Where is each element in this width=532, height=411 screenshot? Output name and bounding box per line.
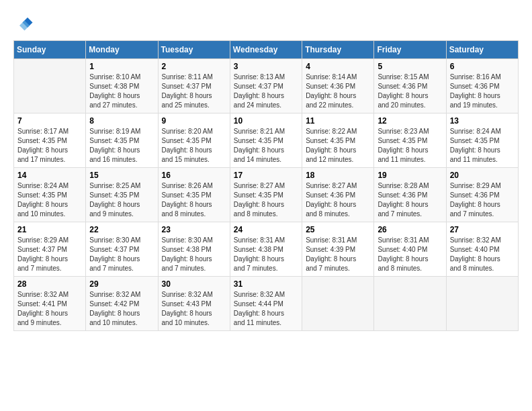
day-info: Sunrise: 8:31 AM Sunset: 4:40 PM Dayligh… (378, 236, 442, 273)
calendar-cell: 11Sunrise: 8:22 AM Sunset: 4:35 PM Dayli… (302, 113, 374, 168)
calendar-week-row: 28Sunrise: 8:32 AM Sunset: 4:41 PM Dayli… (14, 277, 519, 331)
header-day: Saturday (446, 41, 518, 59)
day-number: 14 (17, 171, 82, 180)
day-number: 23 (162, 225, 226, 234)
day-number: 15 (89, 171, 154, 180)
calendar-cell: 19Sunrise: 8:28 AM Sunset: 4:36 PM Dayli… (374, 168, 446, 222)
calendar-header: SundayMondayTuesdayWednesdayThursdayFrid… (14, 41, 519, 59)
day-info: Sunrise: 8:32 AM Sunset: 4:41 PM Dayligh… (17, 290, 82, 328)
day-info: Sunrise: 8:11 AM Sunset: 4:37 PM Dayligh… (162, 73, 226, 110)
calendar-cell: 26Sunrise: 8:31 AM Sunset: 4:40 PM Dayli… (374, 222, 446, 277)
day-info: Sunrise: 8:29 AM Sunset: 4:37 PM Dayligh… (17, 236, 82, 273)
header-day: Sunday (14, 41, 86, 59)
day-number: 31 (234, 279, 298, 289)
logo-icon (13, 13, 34, 34)
calendar-body: 1Sunrise: 8:10 AM Sunset: 4:38 PM Daylig… (14, 59, 519, 331)
calendar-cell: 6Sunrise: 8:16 AM Sunset: 4:36 PM Daylig… (446, 59, 518, 113)
day-info: Sunrise: 8:13 AM Sunset: 4:37 PM Dayligh… (234, 73, 298, 110)
calendar-week-row: 14Sunrise: 8:24 AM Sunset: 4:35 PM Dayli… (14, 168, 519, 222)
day-info: Sunrise: 8:29 AM Sunset: 4:36 PM Dayligh… (450, 181, 515, 219)
calendar-cell: 1Sunrise: 8:10 AM Sunset: 4:38 PM Daylig… (86, 59, 158, 113)
calendar-cell: 13Sunrise: 8:24 AM Sunset: 4:35 PM Dayli… (446, 113, 518, 168)
calendar-cell: 7Sunrise: 8:17 AM Sunset: 4:35 PM Daylig… (14, 113, 86, 168)
day-number: 4 (306, 62, 370, 71)
calendar-week-row: 21Sunrise: 8:29 AM Sunset: 4:37 PM Dayli… (14, 222, 519, 277)
calendar-cell: 23Sunrise: 8:30 AM Sunset: 4:38 PM Dayli… (158, 222, 230, 277)
day-number: 21 (17, 225, 82, 234)
day-number: 19 (378, 171, 442, 180)
day-info: Sunrise: 8:30 AM Sunset: 4:37 PM Dayligh… (89, 236, 154, 273)
calendar-cell: 25Sunrise: 8:31 AM Sunset: 4:39 PM Dayli… (302, 222, 374, 277)
day-number: 16 (162, 171, 226, 180)
day-info: Sunrise: 8:27 AM Sunset: 4:36 PM Dayligh… (306, 181, 370, 219)
day-info: Sunrise: 8:30 AM Sunset: 4:38 PM Dayligh… (162, 236, 226, 273)
calendar-cell: 27Sunrise: 8:32 AM Sunset: 4:40 PM Dayli… (446, 222, 518, 277)
day-number: 17 (234, 171, 298, 180)
day-number: 7 (17, 116, 82, 126)
day-info: Sunrise: 8:17 AM Sunset: 4:35 PM Dayligh… (17, 127, 82, 165)
header-day: Tuesday (158, 41, 230, 59)
calendar-week-row: 7Sunrise: 8:17 AM Sunset: 4:35 PM Daylig… (14, 113, 519, 168)
day-info: Sunrise: 8:23 AM Sunset: 4:35 PM Dayligh… (378, 127, 442, 165)
day-number: 9 (162, 116, 226, 126)
day-info: Sunrise: 8:32 AM Sunset: 4:40 PM Dayligh… (450, 236, 515, 273)
page-header (13, 13, 519, 34)
day-number: 5 (378, 62, 442, 71)
calendar-cell (374, 277, 446, 331)
day-number: 11 (306, 116, 370, 126)
day-info: Sunrise: 8:27 AM Sunset: 4:35 PM Dayligh… (234, 181, 298, 219)
calendar-cell: 16Sunrise: 8:26 AM Sunset: 4:35 PM Dayli… (158, 168, 230, 222)
calendar-cell: 10Sunrise: 8:21 AM Sunset: 4:35 PM Dayli… (230, 113, 302, 168)
day-info: Sunrise: 8:28 AM Sunset: 4:36 PM Dayligh… (378, 181, 442, 219)
day-number: 12 (378, 116, 442, 126)
day-number: 22 (89, 225, 154, 234)
header-day: Monday (86, 41, 158, 59)
day-number: 26 (378, 225, 442, 234)
calendar-cell: 18Sunrise: 8:27 AM Sunset: 4:36 PM Dayli… (302, 168, 374, 222)
calendar-cell: 22Sunrise: 8:30 AM Sunset: 4:37 PM Dayli… (86, 222, 158, 277)
day-number: 30 (162, 279, 226, 289)
day-number: 20 (450, 171, 515, 180)
header-row: SundayMondayTuesdayWednesdayThursdayFrid… (14, 41, 519, 59)
day-number: 3 (234, 62, 298, 71)
calendar-cell: 3Sunrise: 8:13 AM Sunset: 4:37 PM Daylig… (230, 59, 302, 113)
day-number: 6 (450, 62, 515, 71)
calendar-table: SundayMondayTuesdayWednesdayThursdayFrid… (13, 40, 519, 331)
day-info: Sunrise: 8:21 AM Sunset: 4:35 PM Dayligh… (234, 127, 298, 165)
day-number: 13 (450, 116, 515, 126)
day-info: Sunrise: 8:31 AM Sunset: 4:38 PM Dayligh… (234, 236, 298, 273)
day-info: Sunrise: 8:15 AM Sunset: 4:36 PM Dayligh… (378, 73, 442, 110)
day-info: Sunrise: 8:16 AM Sunset: 4:36 PM Dayligh… (450, 73, 515, 110)
day-info: Sunrise: 8:10 AM Sunset: 4:38 PM Dayligh… (89, 73, 154, 110)
calendar-cell: 17Sunrise: 8:27 AM Sunset: 4:35 PM Dayli… (230, 168, 302, 222)
calendar-cell (14, 59, 86, 113)
day-number: 2 (162, 62, 226, 71)
calendar-cell: 30Sunrise: 8:32 AM Sunset: 4:43 PM Dayli… (158, 277, 230, 331)
day-number: 27 (450, 225, 515, 234)
day-number: 25 (306, 225, 370, 234)
day-info: Sunrise: 8:22 AM Sunset: 4:35 PM Dayligh… (306, 127, 370, 165)
day-info: Sunrise: 8:24 AM Sunset: 4:35 PM Dayligh… (17, 181, 82, 219)
calendar-cell: 29Sunrise: 8:32 AM Sunset: 4:42 PM Dayli… (86, 277, 158, 331)
day-number: 10 (234, 116, 298, 126)
calendar-cell: 5Sunrise: 8:15 AM Sunset: 4:36 PM Daylig… (374, 59, 446, 113)
day-info: Sunrise: 8:32 AM Sunset: 4:42 PM Dayligh… (89, 290, 154, 328)
day-info: Sunrise: 8:25 AM Sunset: 4:35 PM Dayligh… (89, 181, 154, 219)
day-info: Sunrise: 8:20 AM Sunset: 4:35 PM Dayligh… (162, 127, 226, 165)
calendar-cell: 21Sunrise: 8:29 AM Sunset: 4:37 PM Dayli… (14, 222, 86, 277)
header-day: Wednesday (230, 41, 302, 59)
day-info: Sunrise: 8:32 AM Sunset: 4:44 PM Dayligh… (234, 290, 298, 328)
calendar-cell: 20Sunrise: 8:29 AM Sunset: 4:36 PM Dayli… (446, 168, 518, 222)
logo (13, 13, 36, 34)
calendar-cell (446, 277, 518, 331)
calendar-cell: 9Sunrise: 8:20 AM Sunset: 4:35 PM Daylig… (158, 113, 230, 168)
day-number: 8 (89, 116, 154, 126)
day-info: Sunrise: 8:31 AM Sunset: 4:39 PM Dayligh… (306, 236, 370, 273)
calendar-cell: 2Sunrise: 8:11 AM Sunset: 4:37 PM Daylig… (158, 59, 230, 113)
calendar-cell: 28Sunrise: 8:32 AM Sunset: 4:41 PM Dayli… (14, 277, 86, 331)
header-day: Friday (374, 41, 446, 59)
calendar-week-row: 1Sunrise: 8:10 AM Sunset: 4:38 PM Daylig… (14, 59, 519, 113)
calendar-cell: 4Sunrise: 8:14 AM Sunset: 4:36 PM Daylig… (302, 59, 374, 113)
calendar-cell: 14Sunrise: 8:24 AM Sunset: 4:35 PM Dayli… (14, 168, 86, 222)
day-number: 1 (89, 62, 154, 71)
